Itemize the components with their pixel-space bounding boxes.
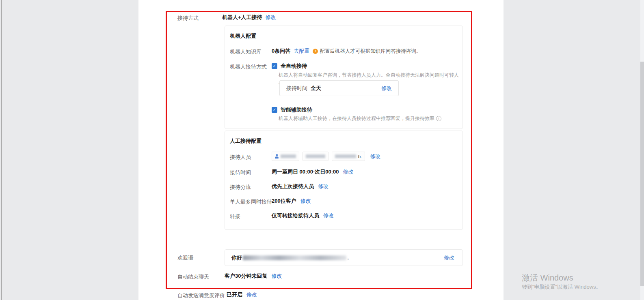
full-auto-checkbox[interactable] <box>272 63 277 69</box>
staff-member-chip[interactable] <box>303 152 328 161</box>
transfer-value: 仅可转接给接待人员 <box>272 212 319 219</box>
robot-method-label: 机器人接待方式 <box>230 63 267 71</box>
robot-knowledge-notice: 配置后机器人才可根据知识库问答接待咨询。 <box>320 48 421 55</box>
redacted-name <box>306 154 325 158</box>
manual-time-label: 接待时间 <box>230 169 251 176</box>
auto-end-modify-link[interactable]: 修改 <box>271 272 282 280</box>
redacted-name <box>335 154 356 158</box>
transfer-modify-link[interactable]: 修改 <box>323 212 334 219</box>
split-label: 接待分流 <box>230 184 251 191</box>
welcome-label: 欢迎语 <box>177 254 193 261</box>
full-auto-time-modify-link[interactable]: 修改 <box>381 85 392 92</box>
manual-config-title: 人工接待配置 <box>230 137 261 145</box>
robot-knowledge-label: 机器人知识库 <box>230 48 261 56</box>
max-concurrent-label: 单人最多同时接待 <box>230 198 272 206</box>
welcome-text-start: 你好 <box>231 254 242 261</box>
split-modify-link[interactable]: 修改 <box>318 183 328 190</box>
reception-method-label: 接待方式 <box>177 15 199 22</box>
windows-activation-subtitle: 转到"电脑设置"以激活 Windows。 <box>522 283 601 291</box>
redacted-name <box>281 154 296 158</box>
smart-assist-label: 智能辅助接待 <box>281 106 312 114</box>
satisfaction-label: 自动发送满意度评价 <box>177 292 225 299</box>
info-circle-icon[interactable] <box>436 116 441 121</box>
satisfaction-value: 已开启 <box>227 291 242 298</box>
staff-member-chip[interactable]: b. <box>332 152 365 161</box>
staff-label: 接待人员 <box>230 154 251 161</box>
scrollbar-thumb[interactable] <box>640 62 644 286</box>
split-value: 优先上次接待人员 <box>272 183 314 190</box>
reception-method-value: 机器人+人工接待 <box>222 14 262 21</box>
satisfaction-modify-link[interactable]: 修改 <box>246 291 257 298</box>
robot-config-title: 机器人配置 <box>230 32 256 40</box>
auto-end-label: 自动结束聊天 <box>177 273 209 281</box>
welcome-modify-link[interactable]: 修改 <box>444 254 454 261</box>
reception-method-modify-link[interactable]: 修改 <box>266 14 276 21</box>
window-left-edge <box>1 0 2 300</box>
staff-member-chip[interactable] <box>272 152 299 161</box>
person-icon <box>275 154 279 159</box>
welcome-message-box: 你好 。 修改 <box>225 249 463 266</box>
max-concurrent-value: 200位客户 <box>272 197 296 205</box>
full-auto-time-value: 全天 <box>311 85 321 92</box>
full-auto-label: 全自动接待 <box>281 62 307 70</box>
manual-config-card: 人工接待配置 接待人员 b. 修改 接待时间 周一至周日 00:00-次日00:… <box>225 131 463 230</box>
smart-assist-checkbox[interactable] <box>272 107 277 113</box>
robot-config-card: 机器人配置 机器人知识库 0条问答 去配置 配置后机器人才可根据知识库问答接待咨… <box>225 26 463 129</box>
full-auto-time-label: 接待时间 <box>286 85 307 92</box>
smart-assist-desc: 机器人将辅助人工接待，在接待人员接待过程中推荐回复，提升接待效率 <box>279 115 434 122</box>
full-auto-time-box: 接待时间 全天 修改 <box>279 80 399 96</box>
staff-name-fragment: b. <box>358 154 362 159</box>
staff-modify-link[interactable]: 修改 <box>370 153 380 160</box>
warning-exclamation-icon <box>313 49 318 54</box>
windows-activation-title: 激活 Windows <box>522 272 573 283</box>
manual-time-modify-link[interactable]: 修改 <box>343 168 353 176</box>
auto-end-value: 客户30分钟未回复 <box>225 272 267 280</box>
robot-knowledge-configure-link[interactable]: 去配置 <box>294 47 309 55</box>
robot-knowledge-value: 0条问答 <box>272 47 290 55</box>
transfer-label: 转接 <box>230 213 240 220</box>
redacted-welcome-text <box>243 255 346 260</box>
manual-time-value: 周一至周日 00:00-次日00:00 <box>272 168 339 176</box>
max-concurrent-modify-link[interactable]: 修改 <box>300 197 311 205</box>
welcome-text-end: 。 <box>347 255 352 261</box>
